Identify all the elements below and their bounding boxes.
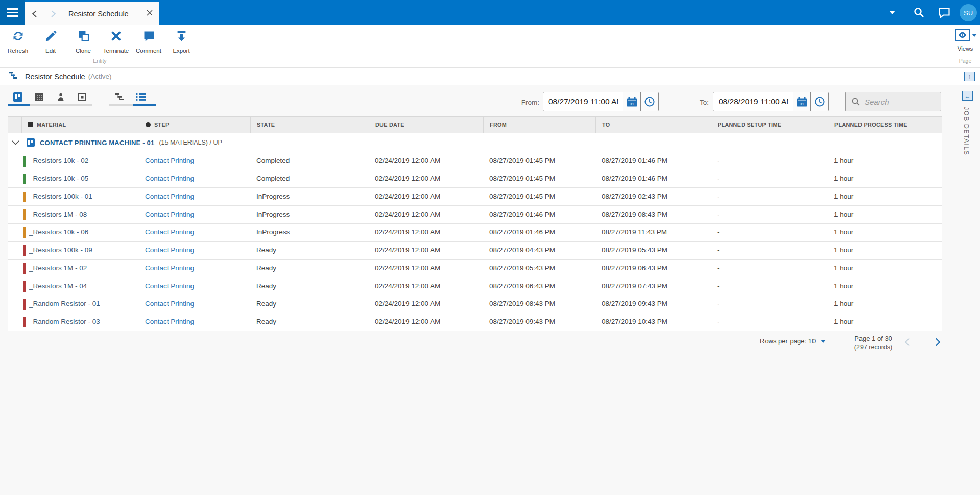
col-planned-process-time[interactable]: PLANNED PROCESS TIME <box>828 117 942 133</box>
forward-icon[interactable] <box>49 10 57 18</box>
due-date-cell: 02/24/2019 12:00 AM <box>369 295 483 313</box>
collapse-group-chevron-icon[interactable] <box>12 138 19 147</box>
expand-panel-left-icon[interactable]: ← <box>962 91 973 101</box>
table-row[interactable]: _Random Resistor - 03 Contact Printing R… <box>8 313 942 331</box>
tab-title: Resistor Schedule <box>68 10 129 18</box>
material-name[interactable]: _Resistors 100k - 09 <box>29 242 92 259</box>
table-row[interactable]: _Resistors 10k - 06 Contact Printing InP… <box>8 224 942 242</box>
planned-process-cell: 1 hour <box>828 277 942 295</box>
col-due-date[interactable]: DUE DATE <box>369 117 483 133</box>
terminate-button[interactable]: Terminate <box>100 28 132 57</box>
material-name[interactable]: _Resistors 100k - 01 <box>29 188 92 205</box>
material-name[interactable]: _Resistors 10k - 06 <box>29 224 88 241</box>
view-resource-icon[interactable] <box>78 92 87 102</box>
step-link[interactable]: Contact Printing <box>145 282 194 290</box>
planned-setup-cell: - <box>711 277 828 295</box>
material-name[interactable]: _Resistors 1M - 08 <box>29 206 87 223</box>
planned-process-cell: 1 hour <box>828 188 942 205</box>
export-button[interactable]: Export <box>165 28 198 57</box>
step-link[interactable]: Contact Printing <box>145 300 194 308</box>
material-name[interactable]: _Resistors 1M - 02 <box>29 260 87 277</box>
due-date-cell: 02/24/2019 12:00 AM <box>369 277 483 295</box>
status-color-bar <box>23 156 26 167</box>
step-link[interactable]: Contact Printing <box>145 228 194 236</box>
back-icon[interactable] <box>31 10 39 18</box>
step-link[interactable]: Contact Printing <box>145 193 194 200</box>
view-matrix-icon[interactable] <box>35 92 44 102</box>
step-link[interactable]: Contact Printing <box>145 175 194 182</box>
material-name[interactable]: _Resistors 10k - 02 <box>29 152 88 170</box>
to-calendar-icon[interactable]: 31 <box>793 92 810 111</box>
col-to[interactable]: TO <box>595 117 711 133</box>
chevron-down-icon[interactable] <box>886 0 898 25</box>
table-header: MATERIAL STEP STATE DUE DATE FROM TO PLA… <box>8 116 942 133</box>
views-button[interactable] <box>955 29 977 41</box>
view-operator-icon[interactable] <box>56 92 65 102</box>
refresh-button[interactable]: Refresh <box>2 28 34 57</box>
comment-button[interactable]: Comment <box>132 28 165 57</box>
view-list-icon[interactable] <box>136 92 145 102</box>
status-color-bar <box>23 317 26 327</box>
table-row[interactable]: _Resistors 100k - 01 Contact Printing In… <box>8 188 942 206</box>
user-avatar[interactable]: SU <box>960 4 977 21</box>
step-link[interactable]: Contact Printing <box>145 264 194 272</box>
material-name[interactable]: _Random Resistor - 01 <box>29 295 100 313</box>
clone-button[interactable]: Clone <box>67 28 100 57</box>
machine-group-row[interactable]: CONTACT PRINTING MACHINE - 01 (15 MATERI… <box>8 133 942 152</box>
eye-icon <box>955 29 970 41</box>
main-menu-button[interactable] <box>0 0 25 25</box>
step-link[interactable]: Contact Printing <box>145 210 194 218</box>
rows-per-page-chevron-icon <box>821 340 826 343</box>
col-from[interactable]: FROM <box>483 117 595 133</box>
planned-setup-cell: - <box>711 206 828 223</box>
search-icon[interactable] <box>912 0 925 25</box>
col-planned-setup-time[interactable]: PLANNED SETUP TIME <box>711 117 828 133</box>
table-row[interactable]: _Resistors 10k - 05 Contact Printing Com… <box>8 170 942 188</box>
table-row[interactable]: _Resistors 10k - 02 Contact Printing Com… <box>8 152 942 170</box>
machine-board-icon <box>27 138 35 147</box>
step-link[interactable]: Contact Printing <box>145 157 194 164</box>
page-info: Page 1 of 30 (297 records) <box>845 335 901 351</box>
entity-group-label: Entity <box>0 58 200 64</box>
table-row[interactable]: _Resistors 1M - 02 Contact Printing Read… <box>8 260 942 277</box>
material-name[interactable]: _Resistors 10k - 05 <box>29 170 88 187</box>
previous-page-icon[interactable] <box>905 338 913 346</box>
view-board-icon[interactable] <box>13 92 22 102</box>
col-material[interactable]: MATERIAL <box>21 117 139 133</box>
rows-per-page-select[interactable]: Rows per page: 10 <box>760 337 826 345</box>
table-row[interactable]: _Resistors 1M - 08 Contact Printing InPr… <box>8 206 942 224</box>
to-datetime-input[interactable] <box>713 92 793 111</box>
to-cell: 08/27/2019 11:43 PM <box>595 224 711 241</box>
planned-setup-cell: - <box>711 152 828 170</box>
step-link[interactable]: Contact Printing <box>145 246 194 254</box>
col-state[interactable]: STATE <box>250 117 369 133</box>
material-name[interactable]: _Resistors 1M - 04 <box>29 277 87 295</box>
close-tab-icon[interactable] <box>146 9 154 17</box>
from-calendar-icon[interactable]: 31 <box>623 92 640 111</box>
planned-setup-cell: - <box>711 295 828 313</box>
table-search-input[interactable] <box>865 98 936 106</box>
tab-resistor-schedule[interactable]: Resistor Schedule <box>25 2 159 25</box>
view-gantt-icon[interactable] <box>115 92 125 102</box>
collapse-panel-up-icon[interactable]: ↑ <box>964 72 975 81</box>
entity-button-group: Refresh Edit Clone Terminate <box>2 28 198 57</box>
table-row[interactable]: _Random Resistor - 01 Contact Printing R… <box>8 295 942 313</box>
to-time-icon[interactable] <box>810 92 828 111</box>
table-row[interactable]: _Resistors 100k - 09 Contact Printing Re… <box>8 242 942 260</box>
edit-button[interactable]: Edit <box>34 28 67 57</box>
material-name[interactable]: _Random Resistor - 03 <box>29 313 100 331</box>
state-cell: Ready <box>250 295 369 313</box>
to-cell: 08/27/2019 05:43 PM <box>595 242 711 259</box>
planned-process-cell: 1 hour <box>828 295 942 313</box>
next-page-icon[interactable] <box>933 338 941 346</box>
machine-name[interactable]: CONTACT PRINTING MACHINE - 01 <box>40 139 154 147</box>
col-step[interactable]: STEP <box>139 117 250 133</box>
table-row[interactable]: _Resistors 1M - 04 Contact Printing Read… <box>8 277 942 295</box>
step-link[interactable]: Contact Printing <box>145 318 194 325</box>
toolbar-divider <box>200 28 200 65</box>
state-cell: InProgress <box>250 224 369 241</box>
from-datetime-input[interactable] <box>543 92 623 111</box>
messages-icon[interactable] <box>938 0 951 25</box>
from-time-icon[interactable] <box>640 92 658 111</box>
to-cell: 08/27/2019 09:43 PM <box>595 295 711 313</box>
